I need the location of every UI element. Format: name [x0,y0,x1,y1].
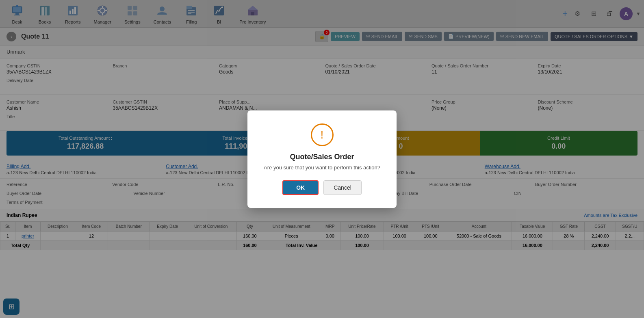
modal-overlay: ! Quote/Sales Order Are you sure that yo… [0,0,644,318]
modal-ok-button[interactable]: OK [282,180,319,195]
modal-buttons: OK Cancel [264,180,380,195]
modal-title: Quote/Sales Order [264,153,380,161]
modal-dialog: ! Quote/Sales Order Are you sure that yo… [247,110,397,208]
modal-message: Are you sure that you want to perform th… [264,164,380,171]
modal-warning-icon: ! [311,123,334,146]
modal-cancel-button[interactable]: Cancel [323,180,362,195]
